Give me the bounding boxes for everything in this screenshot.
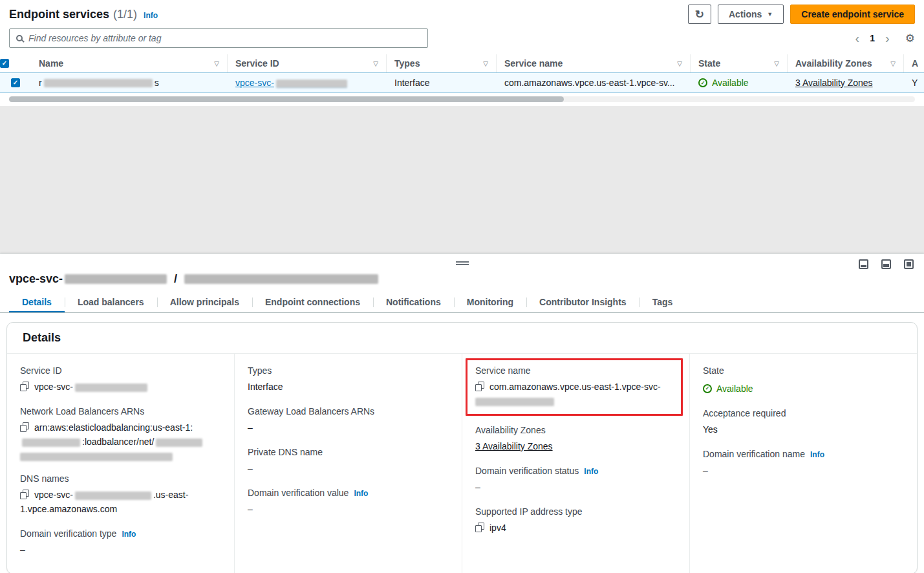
redacted-text: [156, 438, 202, 447]
filter-icon[interactable]: ▽: [890, 60, 896, 67]
copy-icon[interactable]: [20, 422, 29, 432]
field-supported-ip-address-type: Supported IP address type ipv4: [475, 506, 679, 535]
page-number[interactable]: 1: [870, 33, 875, 43]
redacted-text: [20, 453, 173, 461]
copy-icon[interactable]: [475, 523, 484, 532]
actions-button-label: Actions: [729, 9, 762, 19]
scrollbar-thumb[interactable]: [9, 96, 564, 102]
details-card-title: Details: [7, 323, 917, 354]
tab-monitoring[interactable]: Monitoring: [454, 292, 526, 312]
info-link[interactable]: Info: [122, 530, 136, 539]
filter-icon[interactable]: ▽: [373, 60, 378, 67]
info-link[interactable]: Info: [810, 450, 824, 459]
panel-position-full-icon[interactable]: [904, 259, 914, 269]
refresh-icon: ↻: [695, 8, 704, 21]
horizontal-scrollbar[interactable]: [9, 96, 915, 102]
tab-tags[interactable]: Tags: [639, 292, 686, 312]
availability-zones-link[interactable]: 3 Availability Zones: [475, 441, 553, 451]
details-column-4: State ✓ Available Acceptance required Ye…: [689, 354, 917, 573]
field-domain-verification-type: Domain verification typeInfo –: [20, 528, 224, 557]
header-info-link[interactable]: Info: [144, 11, 158, 20]
copy-icon[interactable]: [20, 490, 29, 499]
split-panel-drag-handle[interactable]: [456, 261, 469, 265]
tab-details[interactable]: Details: [9, 292, 65, 312]
filter-icon[interactable]: ▽: [214, 60, 219, 67]
column-header-state[interactable]: State ▽: [691, 54, 788, 72]
panel-title: vpce-svc- /: [0, 270, 924, 292]
tab-contributor-insights[interactable]: Contributor Insights: [526, 292, 639, 312]
field-dns-names: DNS names vpce-svc-.us-east-1.vpce.amazo…: [20, 473, 224, 516]
details-column-3: Service name com.amazonaws.vpce.us-east-…: [462, 354, 689, 573]
column-header-partial[interactable]: A: [904, 54, 924, 72]
table-header-row: ✓ Name ▽ Service ID ▽ Types ▽ Service na…: [0, 54, 924, 72]
column-header-availability-zones[interactable]: Availability Zones ▽: [788, 54, 904, 72]
refresh-button[interactable]: ↻: [688, 5, 711, 24]
field-types: Types Interface: [248, 365, 451, 394]
redacted-text: [65, 274, 167, 284]
service-id-link[interactable]: vpce-svc-: [235, 78, 349, 88]
panel-position-bottom-icon[interactable]: [859, 259, 868, 269]
field-acceptance-required: Acceptance required Yes: [703, 408, 907, 437]
field-service-id: Service ID vpce-svc-: [20, 365, 224, 394]
row-name-cell: rs: [31, 73, 228, 92]
tab-bar: Details Load balancers Allow principals …: [0, 292, 924, 313]
endpoint-services-table: ✓ Name ▽ Service ID ▽ Types ▽ Service na…: [0, 54, 924, 102]
panel-position-split-icon[interactable]: [881, 259, 891, 269]
filter-icon[interactable]: ▽: [677, 60, 682, 67]
split-panel: vpce-svc- / Details Load balancers Allow…: [0, 254, 924, 573]
table-row[interactable]: ✓ rs vpce-svc- Interface com.amazonaws.v…: [0, 72, 924, 93]
actions-button[interactable]: Actions ▼: [718, 5, 784, 24]
prev-page-button[interactable]: ‹: [855, 32, 860, 45]
column-header-types[interactable]: Types ▽: [387, 54, 497, 72]
page-title: Endpoint services: [9, 8, 109, 21]
background-gap: [0, 106, 924, 254]
field-availability-zones: Availability Zones 3 Availability Zones: [475, 425, 679, 453]
tab-notifications[interactable]: Notifications: [373, 292, 454, 312]
tab-allow-principals[interactable]: Allow principals: [157, 292, 252, 312]
tab-endpoint-connections[interactable]: Endpoint connections: [252, 292, 373, 312]
redacted-text: [44, 79, 153, 87]
search-icon: [16, 35, 23, 41]
redacted-text: [75, 492, 151, 500]
redacted-text: [475, 398, 554, 406]
column-header-service-id[interactable]: Service ID ▽: [228, 54, 387, 72]
panel-layout-controls: [859, 259, 914, 269]
row-partial-cell: Y: [904, 73, 924, 92]
column-header-service-name[interactable]: Service name ▽: [497, 54, 691, 72]
resource-count: (1/1): [113, 8, 137, 21]
next-page-button[interactable]: ›: [885, 32, 890, 45]
row-checkbox[interactable]: ✓: [11, 78, 20, 87]
copy-icon[interactable]: [475, 382, 484, 391]
status-badge: ✓ Available: [703, 382, 753, 396]
field-state: State ✓ Available: [703, 365, 907, 396]
check-circle-icon: ✓: [698, 78, 707, 87]
filter-icon[interactable]: ▽: [774, 60, 779, 67]
search-input[interactable]: [28, 33, 421, 43]
search-box[interactable]: [9, 28, 428, 48]
redacted-text: [276, 80, 347, 88]
tab-load-balancers[interactable]: Load balancers: [65, 292, 157, 312]
create-endpoint-service-button[interactable]: Create endpoint service: [790, 5, 915, 24]
red-annotation-box: Service name com.amazonaws.vpce.us-east-…: [466, 358, 683, 416]
field-private-dns-name: Private DNS name –: [248, 447, 451, 475]
field-nlb-arns: Network Load Balancers ARNs arn:aws:elas…: [20, 406, 224, 461]
details-column-2: Types Interface Gateway Load Balancers A…: [234, 354, 462, 573]
status-badge: ✓ Available: [698, 78, 749, 88]
select-all-checkbox[interactable]: ✓: [0, 59, 9, 68]
redacted-text: [184, 274, 378, 284]
details-card: Details Service ID vpce-svc- Network Loa…: [6, 322, 918, 573]
pagination: ‹ 1 › ⚙: [855, 32, 915, 45]
search-row: ‹ 1 › ⚙: [9, 28, 915, 48]
column-header-name[interactable]: Name ▽: [31, 54, 228, 72]
check-circle-icon: ✓: [703, 384, 712, 393]
redacted-text: [75, 384, 147, 392]
row-types-cell: Interface: [387, 73, 497, 92]
endpoint-services-section: Endpoint services (1/1) Info ↻ Actions ▼…: [0, 0, 924, 102]
copy-icon[interactable]: [20, 382, 29, 391]
info-link[interactable]: Info: [354, 489, 368, 498]
details-column-1: Service ID vpce-svc- Network Load Balanc…: [7, 354, 234, 573]
settings-gear-icon[interactable]: ⚙: [905, 32, 915, 45]
availability-zones-link[interactable]: 3 Availability Zones: [795, 78, 873, 88]
filter-icon[interactable]: ▽: [483, 60, 488, 67]
info-link[interactable]: Info: [584, 467, 598, 476]
